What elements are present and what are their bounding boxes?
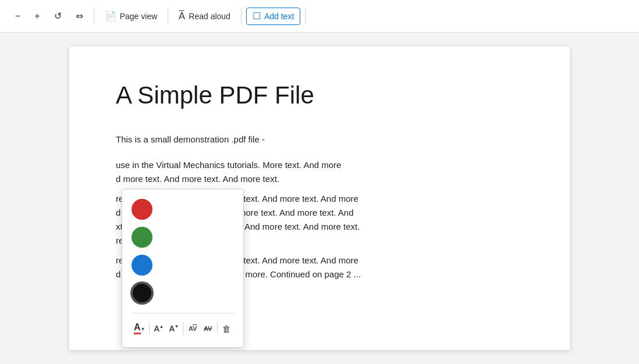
dropdown-arrow: ▾ [141,326,144,332]
color-green[interactable] [132,227,152,248]
separator-2 [168,8,168,24]
color-blue[interactable] [132,255,152,276]
toolbar: − + ↺ ⇔ 📄 Page view A̅ Read aloud ☐ Add … [0,0,639,33]
separator-4 [305,8,306,24]
popup-sep-3 [217,322,218,335]
read-aloud-button[interactable]: A̅ Read aloud [173,8,236,24]
add-text-icon: ☐ [253,12,261,21]
delete-button[interactable]: 🗑 [220,319,234,338]
color-options [132,199,234,304]
pdf-page: A Simple PDF File This is a small demons… [69,47,570,350]
pdf-subtitle: This is a small demonstration .pdf file … [116,133,523,147]
zoom-out-button[interactable]: − [9,8,26,24]
pdf-paragraph-1: use in the Virtual Mechanics tutorials. … [116,158,523,186]
decrease-font-size-icon: A▼ [169,324,178,333]
add-text-label: Add text [264,12,294,21]
rotate-button[interactable]: ↺ [48,8,68,24]
scrollbar-area[interactable] [631,33,639,364]
rotate-icon: ↺ [54,12,62,21]
color-black[interactable] [132,283,152,304]
decrease-spacing-icon: AV [204,325,212,332]
popup-sep-2 [183,322,183,335]
popup-sep-1 [149,322,150,335]
zoom-out-icon: − [15,12,20,21]
zoom-in-button[interactable]: + [29,8,45,24]
increase-spacing-icon: AV [189,325,197,332]
read-aloud-label: Read aloud [189,12,230,21]
color-picker-popup: A ▾ A▲ A▼ AV AV � [122,189,244,348]
pdf-title: A Simple PDF File [116,81,523,109]
increase-spacing-button[interactable]: AV [186,319,200,338]
fit-icon: ⇔ [76,12,83,21]
main-area: A Simple PDF File This is a small demons… [0,33,639,364]
read-aloud-icon: A̅ [179,12,185,21]
popup-toolbar: A ▾ A▲ A▼ AV AV � [132,313,234,338]
font-color-button[interactable]: A ▾ [132,319,147,338]
add-text-button[interactable]: ☐ Add text [246,8,300,25]
separator-1 [94,8,94,24]
increase-font-size-button[interactable]: A▲ [151,319,165,338]
decrease-font-size-button[interactable]: A▼ [166,319,180,338]
page-view-label: Page view [120,12,158,21]
decrease-spacing-button[interactable]: AV [201,319,215,338]
delete-icon: 🗑 [222,324,231,334]
color-red[interactable] [132,199,152,220]
font-color-icon: A [134,323,141,334]
zoom-in-icon: + [34,12,40,21]
page-view-icon: 📄 [105,12,116,21]
fit-button[interactable]: ⇔ [70,8,89,24]
page-view-button[interactable]: 📄 Page view [99,8,164,24]
increase-font-size-icon: A▲ [154,324,163,333]
separator-3 [241,8,242,24]
